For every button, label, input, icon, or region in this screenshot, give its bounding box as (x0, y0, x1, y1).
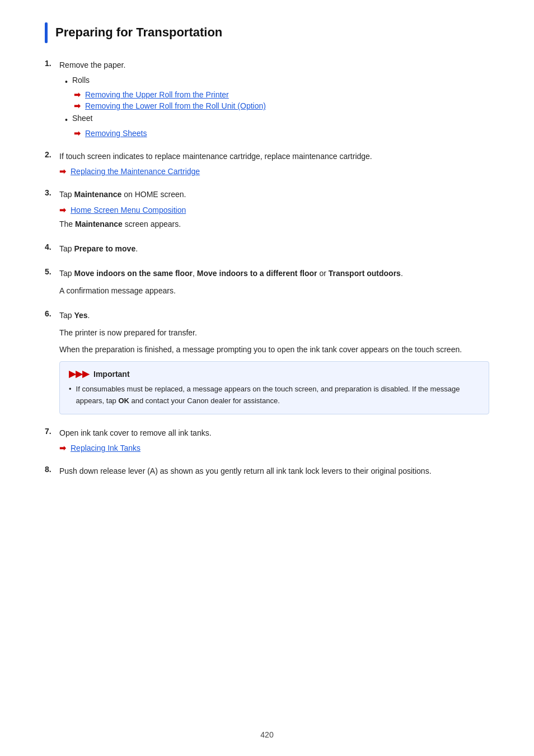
arrow-icon: ➡ (59, 167, 66, 176)
step-6-header: 6. Tap Yes. (45, 309, 489, 321)
step-7-text: Open ink tank cover to remove all ink ta… (59, 427, 212, 439)
step-1-text: Remove the paper. (59, 59, 125, 71)
step-5-header: 5. Tap Move indoors on the same floor, M… (45, 267, 489, 279)
link-home-screen-composition[interactable]: Home Screen Menu Composition (71, 206, 186, 214)
step-7-num: 7. (45, 427, 59, 436)
important-arrows-icon: ▶▶▶ (69, 368, 89, 379)
step-3-content: ➡ Home Screen Menu Composition The Maint… (59, 206, 489, 230)
bullet-dot: • (65, 76, 68, 88)
step-1-content: • Rolls ➡ Removing the Upper Roll from t… (59, 76, 489, 138)
rolls-label: Rolls (72, 76, 90, 85)
important-label: Important (93, 370, 130, 379)
step-8-num: 8. (45, 465, 59, 474)
arrow-link-removing-sheets: ➡ Removing Sheets (74, 129, 489, 138)
sheet-sub-links: ➡ Removing Sheets (74, 129, 489, 138)
page-container: Preparing for Transportation 1. Remove t… (0, 0, 534, 756)
arrow-icon: ➡ (74, 101, 81, 110)
step-8-text: Push down release lever (A) as shown as … (59, 465, 432, 477)
blue-accent-bar (45, 22, 48, 43)
step-4-text: Tap Prepare to move. (59, 242, 138, 255)
step-5-text: Tap Move indoors on the same floor, Move… (59, 267, 403, 279)
step-5: 5. Tap Move indoors on the same floor, M… (45, 267, 489, 297)
important-item-1: • If consumables must be replaced, a mes… (69, 384, 480, 407)
step-4: 4. Tap Prepare to move. (45, 242, 489, 255)
page-title-block: Preparing for Transportation (45, 22, 489, 43)
rolls-sub-links: ➡ Removing the Upper Roll from the Print… (74, 90, 489, 110)
arrow-link-maintenance-cartridge: ➡ Replacing the Maintenance Cartridge (59, 167, 489, 176)
step-6-text: Tap Yes. (59, 309, 90, 321)
link-removing-sheets[interactable]: Removing Sheets (85, 129, 147, 138)
step-1-sheet-group: • Sheet ➡ Removing Sheets (65, 114, 489, 137)
arrow-link-home-screen: ➡ Home Screen Menu Composition (59, 206, 489, 214)
step-1: 1. Remove the paper. • Rolls ➡ Removing … (45, 59, 489, 138)
bullet-dot: • (65, 114, 68, 126)
important-bullet: • (69, 384, 72, 395)
arrow-icon: ➡ (59, 444, 66, 452)
important-text-1: If consumables must be replaced, a messa… (76, 384, 480, 407)
step-7: 7. Open ink tank cover to remove all ink… (45, 427, 489, 452)
step-5-note: A confirmation message appears. (59, 284, 489, 297)
important-header: ▶▶▶ Important (69, 368, 480, 379)
link-maintenance-cartridge[interactable]: Replacing the Maintenance Cartridge (71, 167, 200, 176)
step-6: 6. Tap Yes. The printer is now prepared … (45, 309, 489, 414)
step-2-header: 2. If touch screen indicates to replace … (45, 150, 489, 162)
step-3-num: 3. (45, 188, 59, 197)
step-6-note-1: The printer is now prepared for transfer… (59, 326, 489, 339)
step-7-header: 7. Open ink tank cover to remove all ink… (45, 427, 489, 439)
step-6-note-2: When the preparation is finished, a mess… (59, 343, 489, 356)
arrow-icon: ➡ (74, 129, 81, 138)
steps-container: 1. Remove the paper. • Rolls ➡ Removing … (45, 59, 489, 478)
link-replacing-ink-tanks[interactable]: Replacing Ink Tanks (71, 444, 140, 452)
step-6-num: 6. (45, 309, 59, 318)
step-3: 3. Tap Maintenance on HOME screen. ➡ Hom… (45, 188, 489, 230)
step-1-num: 1. (45, 59, 59, 68)
page-number: 420 (0, 730, 534, 739)
arrow-link-replacing-ink: ➡ Replacing Ink Tanks (59, 444, 489, 452)
sheet-label: Sheet (72, 114, 93, 123)
arrow-icon: ➡ (74, 90, 81, 99)
step-4-num: 4. (45, 242, 59, 251)
important-box: ▶▶▶ Important • If consumables must be r… (59, 361, 489, 414)
step-1-header: 1. Remove the paper. (45, 59, 489, 71)
step-8-header: 8. Push down release lever (A) as shown … (45, 465, 489, 477)
step-1-rolls-bullet: • Rolls (65, 76, 489, 88)
arrow-link-lower-roll: ➡ Removing the Lower Roll from the Roll … (74, 101, 489, 110)
link-lower-roll[interactable]: Removing the Lower Roll from the Roll Un… (85, 101, 266, 110)
step-8: 8. Push down release lever (A) as shown … (45, 465, 489, 477)
step-3-note: The Maintenance screen appears. (59, 218, 489, 230)
step-7-content: ➡ Replacing Ink Tanks (59, 444, 489, 452)
arrow-link-upper-roll: ➡ Removing the Upper Roll from the Print… (74, 90, 489, 99)
step-1-sheet-bullet: • Sheet (65, 114, 489, 126)
step-3-header: 3. Tap Maintenance on HOME screen. (45, 188, 489, 200)
step-5-content: A confirmation message appears. (59, 284, 489, 297)
step-2-content: ➡ Replacing the Maintenance Cartridge (59, 167, 489, 176)
step-3-text: Tap Maintenance on HOME screen. (59, 188, 186, 200)
link-upper-roll[interactable]: Removing the Upper Roll from the Printer (85, 90, 229, 99)
arrow-icon: ➡ (59, 206, 66, 214)
step-5-num: 5. (45, 267, 59, 276)
step-1-rolls-group: • Rolls ➡ Removing the Upper Roll from t… (65, 76, 489, 110)
step-6-content: The printer is now prepared for transfer… (59, 326, 489, 414)
step-4-header: 4. Tap Prepare to move. (45, 242, 489, 255)
step-2-num: 2. (45, 150, 59, 159)
page-title: Preparing for Transportation (55, 22, 222, 43)
step-2-text: If touch screen indicates to replace mai… (59, 150, 372, 162)
step-2: 2. If touch screen indicates to replace … (45, 150, 489, 176)
